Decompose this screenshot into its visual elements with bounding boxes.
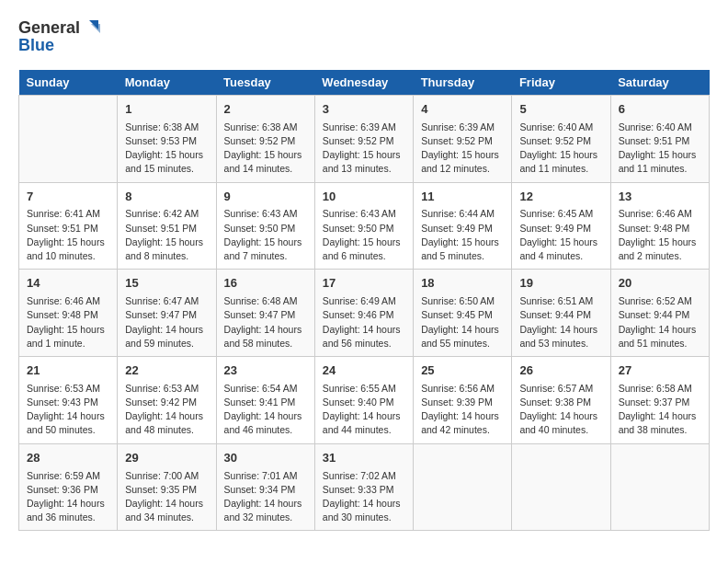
- day-content: Sunrise: 6:43 AM Sunset: 9:50 PM Dayligh…: [323, 207, 405, 263]
- calendar-cell: 4Sunrise: 6:39 AM Sunset: 9:52 PM Daylig…: [414, 95, 512, 182]
- day-number: 2: [224, 101, 307, 119]
- day-number: 6: [619, 101, 701, 119]
- calendar-week-row: 1Sunrise: 6:38 AM Sunset: 9:53 PM Daylig…: [19, 95, 710, 182]
- calendar-cell: 15Sunrise: 6:47 AM Sunset: 9:47 PM Dayli…: [118, 270, 216, 357]
- day-number: 9: [224, 189, 307, 206]
- day-number: 25: [421, 362, 504, 380]
- day-content: Sunrise: 6:46 AM Sunset: 9:48 PM Dayligh…: [27, 294, 109, 350]
- day-number: 26: [519, 362, 602, 380]
- day-content: Sunrise: 6:40 AM Sunset: 9:52 PM Dayligh…: [519, 121, 602, 177]
- calendar-cell: 11Sunrise: 6:44 AM Sunset: 9:49 PM Dayli…: [414, 182, 512, 270]
- calendar-cell: [414, 443, 512, 531]
- calendar-cell: 26Sunrise: 6:57 AM Sunset: 9:38 PM Dayli…: [512, 356, 610, 443]
- calendar-day-header: Sunday: [19, 70, 118, 96]
- day-content: Sunrise: 7:00 AM Sunset: 9:35 PM Dayligh…: [125, 469, 208, 525]
- calendar-day-header: Saturday: [610, 70, 709, 96]
- day-content: Sunrise: 6:52 AM Sunset: 9:44 PM Dayligh…: [619, 294, 701, 350]
- logo: General Blue: [18, 18, 102, 55]
- day-content: Sunrise: 6:39 AM Sunset: 9:52 PM Dayligh…: [421, 121, 504, 177]
- day-content: Sunrise: 6:55 AM Sunset: 9:40 PM Dayligh…: [323, 382, 405, 438]
- calendar-cell: 12Sunrise: 6:45 AM Sunset: 9:49 PM Dayli…: [512, 182, 610, 270]
- day-number: 31: [323, 450, 405, 467]
- day-number: 22: [125, 362, 208, 380]
- calendar-cell: 31Sunrise: 7:02 AM Sunset: 9:33 PM Dayli…: [314, 443, 413, 531]
- calendar-header-row: SundayMondayTuesdayWednesdayThursdayFrid…: [19, 70, 710, 96]
- day-number: 7: [27, 189, 109, 206]
- calendar-day-header: Thursday: [414, 70, 512, 96]
- day-number: 13: [619, 189, 701, 206]
- page-header: General Blue: [18, 18, 710, 55]
- day-number: 28: [27, 450, 109, 467]
- day-content: Sunrise: 6:58 AM Sunset: 9:37 PM Dayligh…: [619, 382, 701, 438]
- day-number: 18: [421, 275, 504, 293]
- calendar-cell: 19Sunrise: 6:51 AM Sunset: 9:44 PM Dayli…: [512, 270, 610, 357]
- calendar-cell: 7Sunrise: 6:41 AM Sunset: 9:51 PM Daylig…: [19, 182, 118, 270]
- day-content: Sunrise: 6:53 AM Sunset: 9:43 PM Dayligh…: [27, 382, 109, 438]
- day-number: 12: [519, 189, 602, 206]
- day-content: Sunrise: 6:49 AM Sunset: 9:46 PM Dayligh…: [323, 294, 405, 350]
- calendar-cell: 17Sunrise: 6:49 AM Sunset: 9:46 PM Dayli…: [314, 270, 413, 357]
- day-content: Sunrise: 6:44 AM Sunset: 9:49 PM Dayligh…: [421, 207, 504, 263]
- day-content: Sunrise: 6:57 AM Sunset: 9:38 PM Dayligh…: [519, 382, 602, 438]
- calendar-cell: 24Sunrise: 6:55 AM Sunset: 9:40 PM Dayli…: [314, 356, 413, 443]
- calendar-week-row: 28Sunrise: 6:59 AM Sunset: 9:36 PM Dayli…: [19, 443, 710, 531]
- day-content: Sunrise: 6:56 AM Sunset: 9:39 PM Dayligh…: [421, 382, 504, 438]
- calendar-day-header: Tuesday: [216, 70, 314, 96]
- calendar-table: SundayMondayTuesdayWednesdayThursdayFrid…: [18, 70, 710, 532]
- day-content: Sunrise: 6:50 AM Sunset: 9:45 PM Dayligh…: [421, 294, 504, 350]
- calendar-cell: 8Sunrise: 6:42 AM Sunset: 9:51 PM Daylig…: [118, 182, 216, 270]
- calendar-week-row: 21Sunrise: 6:53 AM Sunset: 9:43 PM Dayli…: [19, 356, 710, 443]
- calendar-day-header: Wednesday: [314, 70, 413, 96]
- calendar-cell: 10Sunrise: 6:43 AM Sunset: 9:50 PM Dayli…: [314, 182, 413, 270]
- calendar-cell: [610, 443, 709, 531]
- calendar-cell: 22Sunrise: 6:53 AM Sunset: 9:42 PM Dayli…: [118, 356, 216, 443]
- day-number: 14: [27, 275, 109, 293]
- day-number: 20: [619, 275, 701, 293]
- day-content: Sunrise: 7:01 AM Sunset: 9:34 PM Dayligh…: [224, 469, 307, 525]
- day-number: 17: [323, 275, 405, 293]
- calendar-cell: 29Sunrise: 7:00 AM Sunset: 9:35 PM Dayli…: [118, 443, 216, 531]
- calendar-cell: 20Sunrise: 6:52 AM Sunset: 9:44 PM Dayli…: [610, 270, 709, 357]
- calendar-cell: 28Sunrise: 6:59 AM Sunset: 9:36 PM Dayli…: [19, 443, 118, 531]
- day-number: 29: [125, 450, 208, 467]
- day-content: Sunrise: 6:38 AM Sunset: 9:53 PM Dayligh…: [125, 121, 208, 177]
- calendar-cell: 23Sunrise: 6:54 AM Sunset: 9:41 PM Dayli…: [216, 356, 314, 443]
- day-number: 15: [125, 275, 208, 293]
- calendar-cell: [19, 95, 118, 182]
- day-content: Sunrise: 6:53 AM Sunset: 9:42 PM Dayligh…: [125, 382, 208, 438]
- calendar-cell: 30Sunrise: 7:01 AM Sunset: 9:34 PM Dayli…: [216, 443, 314, 531]
- calendar-day-header: Monday: [118, 70, 216, 96]
- calendar-cell: 1Sunrise: 6:38 AM Sunset: 9:53 PM Daylig…: [118, 95, 216, 182]
- calendar-cell: 2Sunrise: 6:38 AM Sunset: 9:52 PM Daylig…: [216, 95, 314, 182]
- day-number: 3: [323, 101, 405, 119]
- logo-arrow-icon: [82, 18, 102, 39]
- logo-general: General: [18, 19, 80, 38]
- calendar-cell: [512, 443, 610, 531]
- day-content: Sunrise: 6:42 AM Sunset: 9:51 PM Dayligh…: [125, 207, 208, 263]
- day-number: 16: [224, 275, 307, 293]
- calendar-cell: 5Sunrise: 6:40 AM Sunset: 9:52 PM Daylig…: [512, 95, 610, 182]
- day-number: 19: [519, 275, 602, 293]
- day-content: Sunrise: 6:45 AM Sunset: 9:49 PM Dayligh…: [519, 207, 602, 263]
- day-number: 4: [421, 101, 504, 119]
- calendar-cell: 27Sunrise: 6:58 AM Sunset: 9:37 PM Dayli…: [610, 356, 709, 443]
- calendar-week-row: 7Sunrise: 6:41 AM Sunset: 9:51 PM Daylig…: [19, 182, 710, 270]
- day-content: Sunrise: 6:59 AM Sunset: 9:36 PM Dayligh…: [27, 469, 109, 525]
- day-content: Sunrise: 6:43 AM Sunset: 9:50 PM Dayligh…: [224, 207, 307, 263]
- day-number: 27: [619, 362, 701, 380]
- day-number: 23: [224, 362, 307, 380]
- day-content: Sunrise: 6:51 AM Sunset: 9:44 PM Dayligh…: [519, 294, 602, 350]
- day-number: 30: [224, 450, 307, 467]
- day-number: 1: [125, 101, 208, 119]
- calendar-day-header: Friday: [512, 70, 610, 96]
- day-content: Sunrise: 6:48 AM Sunset: 9:47 PM Dayligh…: [224, 294, 307, 350]
- svg-marker-1: [91, 24, 100, 33]
- calendar-cell: 6Sunrise: 6:40 AM Sunset: 9:51 PM Daylig…: [610, 95, 709, 182]
- calendar-cell: 9Sunrise: 6:43 AM Sunset: 9:50 PM Daylig…: [216, 182, 314, 270]
- day-number: 11: [421, 189, 504, 206]
- calendar-cell: 13Sunrise: 6:46 AM Sunset: 9:48 PM Dayli…: [610, 182, 709, 270]
- day-number: 10: [323, 189, 405, 206]
- day-content: Sunrise: 6:47 AM Sunset: 9:47 PM Dayligh…: [125, 294, 208, 350]
- calendar-cell: 14Sunrise: 6:46 AM Sunset: 9:48 PM Dayli…: [19, 270, 118, 357]
- day-content: Sunrise: 6:41 AM Sunset: 9:51 PM Dayligh…: [27, 207, 109, 263]
